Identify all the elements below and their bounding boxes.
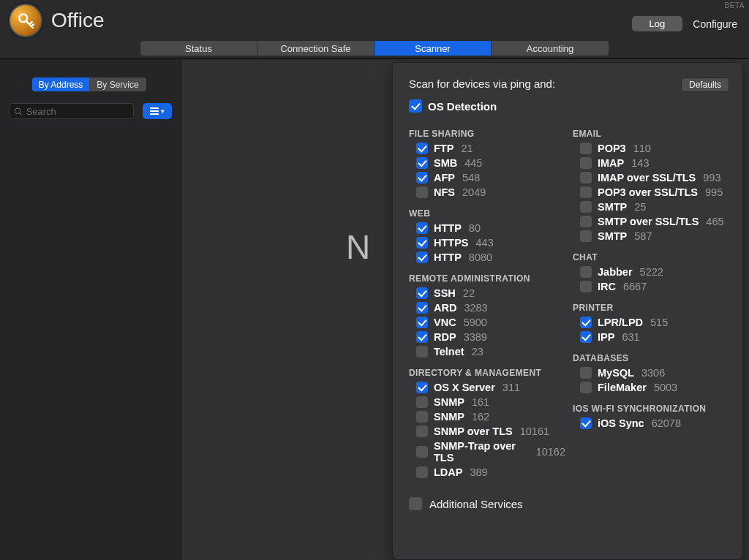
service-checkbox[interactable] [580, 367, 592, 379]
service-row: SNMP over TLS10161 [409, 425, 565, 437]
service-checkbox[interactable] [416, 446, 428, 458]
service-label: SSH [434, 287, 456, 299]
service-checkbox[interactable] [416, 172, 428, 183]
service-checkbox[interactable] [580, 157, 592, 169]
service-checkbox[interactable] [416, 222, 428, 234]
service-checkbox[interactable] [416, 346, 428, 357]
service-port: 445 [464, 157, 482, 169]
service-checkbox[interactable] [416, 466, 428, 478]
chevron-down-icon: ▾ [161, 107, 165, 115]
service-row: SSH22 [409, 287, 565, 299]
service-port: 5900 [464, 317, 487, 328]
service-checkbox[interactable] [580, 382, 592, 393]
main-tabs: StatusConnection SafeScannerAccounting [0, 41, 749, 58]
service-checkbox[interactable] [580, 417, 592, 429]
service-row: AFP548 [409, 172, 565, 183]
defaults-button[interactable]: Defaults [681, 77, 729, 92]
service-label: OS X Server [434, 382, 495, 393]
sidebar-seg-by-address[interactable]: By Address [32, 77, 89, 91]
service-port: 3283 [464, 302, 487, 314]
main-area: N Scan for devices via ping and: Default… [181, 59, 749, 560]
service-label: IPP [598, 331, 614, 343]
service-checkbox[interactable] [416, 411, 428, 423]
service-checkbox[interactable] [416, 237, 428, 249]
service-port: 2049 [462, 186, 486, 198]
service-checkbox[interactable] [416, 425, 428, 437]
additional-services-checkbox[interactable] [409, 497, 422, 510]
service-row: HTTP80 [409, 222, 565, 234]
sidebar-seg-by-service[interactable]: By Service [89, 77, 146, 91]
tab-accounting[interactable]: Accounting [492, 41, 609, 56]
panel-title: Scan for devices via ping and: [409, 77, 555, 90]
service-checkbox[interactable] [416, 317, 428, 328]
service-checkbox[interactable] [580, 172, 592, 183]
service-label: VNC [434, 317, 456, 328]
service-label: SMB [434, 157, 457, 169]
service-label: AFP [434, 172, 455, 183]
os-detection-checkbox[interactable] [409, 99, 422, 113]
service-port: 10161 [520, 425, 549, 437]
service-label: IMAP over SSL/TLS [598, 172, 696, 183]
service-port: 21 [461, 143, 473, 154]
service-port: 10162 [536, 446, 565, 458]
log-button[interactable]: Log [632, 16, 683, 31]
service-row: IMAP over SSL/TLS993 [573, 172, 729, 183]
service-checkbox[interactable] [416, 302, 428, 314]
service-label: RDP [434, 331, 456, 343]
service-checkbox[interactable] [580, 216, 592, 227]
service-checkbox[interactable] [580, 143, 592, 154]
service-row: iOS Sync62078 [573, 417, 729, 429]
service-port: 6667 [623, 281, 647, 292]
service-checkbox[interactable] [580, 266, 592, 278]
configure-button[interactable]: Configure [693, 18, 737, 30]
service-checkbox[interactable] [416, 331, 428, 343]
tab-connection-safe[interactable]: Connection Safe [257, 41, 374, 56]
search-field[interactable] [9, 103, 134, 119]
sidebar-mode-segment[interactable]: By Address By Service [32, 77, 146, 91]
service-port: 311 [503, 382, 520, 393]
service-checkbox[interactable] [580, 317, 592, 328]
service-checkbox[interactable] [416, 382, 428, 393]
service-checkbox[interactable] [580, 230, 592, 242]
tab-scanner[interactable]: Scanner [374, 41, 492, 56]
service-row: IMAP143 [573, 157, 729, 169]
service-row: Jabber5222 [573, 266, 729, 278]
service-row: LDAP389 [409, 466, 565, 478]
service-row: HTTPS443 [409, 237, 565, 249]
service-checkbox[interactable] [416, 186, 428, 198]
service-port: 587 [634, 230, 652, 242]
service-port: 548 [462, 172, 480, 183]
category-heading: DATABASES [573, 353, 729, 363]
service-label: SMTP [598, 230, 627, 242]
service-label: ARD [434, 302, 456, 314]
service-port: 62078 [652, 417, 681, 429]
service-checkbox[interactable] [416, 157, 428, 169]
service-port: 8080 [469, 251, 492, 263]
service-checkbox[interactable] [416, 287, 428, 299]
service-checkbox[interactable] [580, 281, 592, 292]
service-checkbox[interactable] [580, 186, 592, 198]
service-port: 23 [472, 346, 483, 357]
service-checkbox[interactable] [416, 251, 428, 263]
service-port: 515 [650, 317, 668, 328]
view-mode-button[interactable]: ▾ [143, 103, 172, 119]
service-port: 443 [476, 237, 494, 249]
service-port: 162 [472, 411, 489, 423]
service-checkbox[interactable] [580, 201, 592, 213]
service-port: 25 [634, 201, 646, 213]
search-input[interactable] [26, 106, 129, 117]
service-label: Jabber [598, 266, 633, 278]
service-label: FileMaker [598, 382, 647, 393]
service-checkbox[interactable] [416, 143, 428, 154]
service-checkbox[interactable] [580, 331, 592, 343]
app-logo-icon [9, 4, 42, 37]
service-port: 993 [703, 172, 720, 183]
service-checkbox[interactable] [416, 396, 428, 408]
service-port: 5222 [640, 266, 663, 278]
service-row: LPR/LPD515 [573, 317, 729, 328]
service-label: SNMP over TLS [434, 425, 513, 437]
service-row: POP3110 [573, 143, 729, 154]
service-row: VNC5900 [409, 317, 565, 328]
tab-status[interactable]: Status [140, 41, 257, 56]
service-row: FileMaker5003 [573, 382, 729, 393]
